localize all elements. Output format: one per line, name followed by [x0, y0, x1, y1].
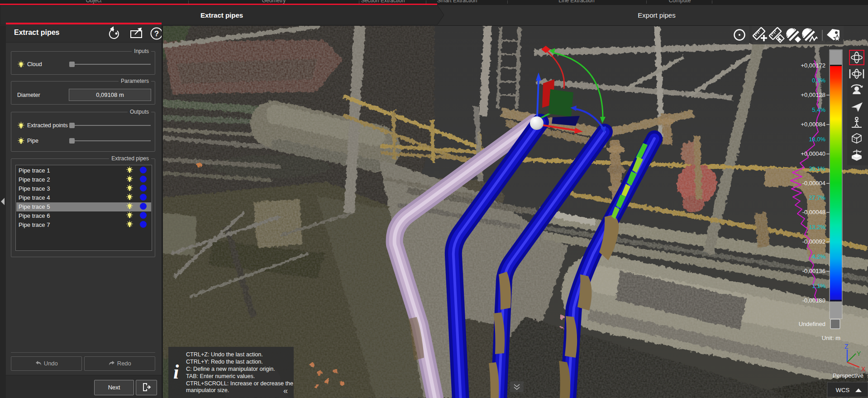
svg-text:-0,00004: -0,00004	[802, 180, 825, 187]
svg-text:Unit: m: Unit: m	[822, 335, 840, 341]
svg-text:+0,00084: +0,00084	[801, 121, 825, 128]
svg-text:CTRL+Y: Redo the last action.: CTRL+Y: Redo the last action.	[186, 359, 263, 365]
svg-text:Y: Y	[857, 350, 861, 357]
svg-text:manipulator size.: manipulator size.	[186, 387, 229, 393]
svg-text:Perspective: Perspective	[833, 372, 863, 379]
svg-text:1,1%: 1,1%	[812, 283, 825, 289]
svg-text:TAB: Enter numeric values.: TAB: Enter numeric values.	[186, 373, 255, 379]
svg-text:CTRL+Z: Undo the last action.: CTRL+Z: Undo the last action.	[186, 351, 263, 358]
svg-text:4,2%: 4,2%	[812, 253, 825, 260]
svg-text:Undefined: Undefined	[799, 321, 825, 327]
svg-text:Z: Z	[844, 343, 849, 350]
svg-text:-0,00136: -0,00136	[802, 268, 825, 274]
svg-text:+0,00040: +0,00040	[801, 150, 825, 157]
svg-text:0,3%: 0,3%	[812, 77, 825, 84]
svg-text:?: ?	[154, 29, 159, 38]
svg-text:-0,00180: -0,00180	[802, 297, 825, 304]
svg-text:5,4%: 5,4%	[812, 106, 825, 113]
svg-text:-0,00048: -0,00048	[802, 209, 825, 216]
svg-text:-0,00092: -0,00092	[802, 238, 825, 245]
svg-text:CTRL+SCROLL: Increase or decre: CTRL+SCROLL: Increase or decrease the	[186, 380, 293, 387]
svg-text:«: «	[283, 386, 288, 395]
svg-text:X: X	[861, 365, 866, 373]
svg-text:WCS: WCS	[836, 387, 850, 393]
svg-text:+0,00128: +0,00128	[801, 91, 825, 98]
svg-text:i: i	[173, 361, 179, 383]
svg-text:27,7%: 27,7%	[809, 194, 825, 201]
svg-text:13,2%: 13,2%	[809, 224, 825, 230]
svg-text:+0,00172: +0,00172	[801, 62, 825, 69]
svg-text:30,1%: 30,1%	[809, 165, 825, 172]
svg-text:18,0%: 18,0%	[809, 136, 825, 143]
svg-text:C: Define a new manipulator or: C: Define a new manipulator origin.	[186, 366, 275, 372]
